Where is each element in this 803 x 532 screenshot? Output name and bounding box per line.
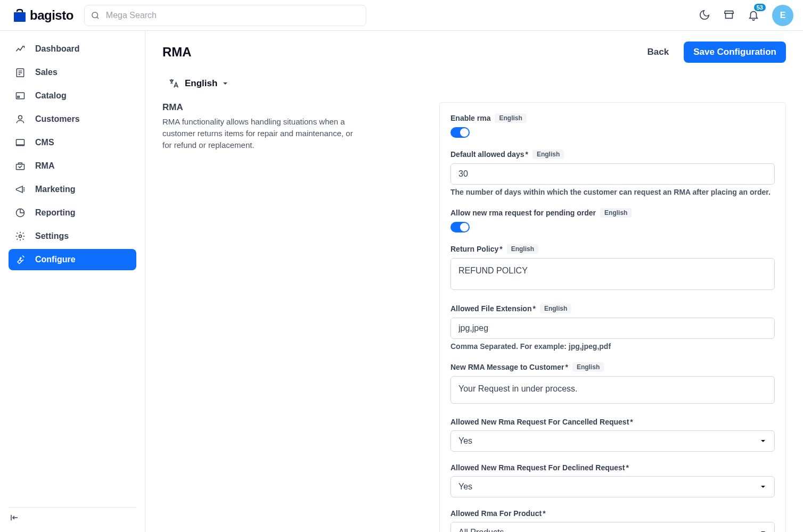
page-title: RMA [162,45,192,60]
section-desc: RMA functionality allows handling situat… [162,116,359,151]
notif-badge: 53 [754,4,766,11]
save-button[interactable]: Save Configuration [684,41,786,63]
enable-rma-toggle[interactable] [450,127,470,138]
dark-mode-toggle[interactable] [699,9,711,22]
field-label: New RMA Message to Customer [450,363,568,371]
avatar[interactable]: E [772,5,793,26]
field-label: Enable rma [450,114,490,122]
sidebar-item-label: CMS [35,138,54,147]
msg-customer-textarea[interactable]: Your Request in under process. [450,376,775,404]
field-label: Allowed New Rma Request For Declined Req… [450,463,629,472]
return-policy-textarea[interactable]: REFUND POLICY Return Period: [450,258,775,290]
header-actions: 53 E [699,5,793,26]
bag-icon [13,8,27,23]
field-label: Allow new rma request for pending order [450,209,596,217]
reporting-icon [15,207,26,218]
sidebar-item-sales[interactable]: Sales [9,62,136,83]
collapse-icon [9,513,20,522]
sidebar-item-label: Settings [35,231,69,241]
store-icon [723,9,735,21]
field-label: Allowed New Rma Request For Cancelled Re… [450,418,633,426]
chevron-down-icon [223,81,228,86]
configure-icon [15,254,26,265]
field-label: Default allowed days [450,150,528,159]
sidebar-item-catalog[interactable]: Catalog [9,85,136,106]
locale-selector[interactable]: English [162,78,786,89]
collapse-sidebar[interactable] [9,513,136,525]
field-label: Allowed File Extension [450,304,536,313]
field-label: Allowed Rma For Product [450,509,546,518]
for-product-select[interactable]: All Products [450,522,775,532]
sidebar-item-label: Catalog [35,91,67,101]
dashboard-icon [15,44,26,54]
sidebar-item-dashboard[interactable]: Dashboard [9,38,136,60]
help-text: Comma Separated. For example: jpg,jpeg,p… [450,342,775,351]
search-input[interactable] [84,5,366,26]
sidebar-item-cms[interactable]: CMS [9,132,136,153]
locale-chip: English [540,304,571,313]
sidebar-item-label: Customers [35,114,80,124]
section-heading: RMA [162,102,359,113]
cms-icon [15,137,26,148]
marketing-icon [15,184,26,195]
svg-rect-0 [14,12,26,22]
locale-chip: English [572,362,604,372]
locale-label: English [185,78,217,89]
svg-line-2 [97,17,99,19]
svg-point-1 [92,12,98,18]
mega-search [84,5,366,26]
section-intro: RMA RMA functionality allows handling si… [162,102,359,151]
header: bagisto 53 E [0,0,803,31]
sidebar-item-customers[interactable]: Customers [9,109,136,130]
field-default-days: Default allowed days English The number … [450,149,775,196]
sidebar-item-reporting[interactable]: Reporting [9,202,136,223]
locale-chip: English [600,208,632,218]
field-label: Return Policy [450,245,503,253]
field-for-product: Allowed Rma For Product All Products [450,509,775,532]
allow-pending-toggle[interactable] [450,222,470,232]
logo[interactable]: bagisto [13,8,73,23]
sidebar-item-settings[interactable]: Settings [9,226,136,247]
config-card: Enable rma English Default allowed days … [439,102,786,532]
default-days-input[interactable] [450,163,775,185]
allowed-ext-input[interactable] [450,318,775,339]
sidebar-item-label: Configure [35,255,76,264]
customers-icon [15,114,26,124]
sidebar-item-configure[interactable]: Configure [9,249,136,270]
sidebar: Dashboard Sales Catalog Customers CMS RM… [0,31,145,532]
sidebar-item-label: Sales [35,68,58,77]
sidebar-item-label: Marketing [35,185,76,194]
back-link[interactable]: Back [648,47,669,57]
rma-icon [15,161,26,171]
field-return-policy: Return Policy English REFUND POLICY Retu… [450,244,775,292]
svg-point-9 [19,115,22,119]
brand-name: bagisto [30,8,73,23]
field-enable-rma: Enable rma English [450,113,775,138]
declined-select[interactable]: Yes [450,476,775,497]
sidebar-item-label: Dashboard [35,44,80,54]
visit-store[interactable] [723,9,736,22]
sidebar-item-label: RMA [35,161,54,171]
locale-chip: English [507,244,538,254]
locale-chip: English [532,149,564,159]
main-content: RMA Back Save Configuration English RMA … [145,31,803,532]
field-msg-customer: New RMA Message to Customer English Your… [450,362,775,406]
field-allow-pending: Allow new rma request for pending order … [450,208,775,232]
svg-point-13 [19,235,22,238]
catalog-icon [15,90,26,101]
translate-icon [168,78,179,89]
sidebar-item-rma[interactable]: RMA [9,155,136,177]
svg-rect-8 [18,96,19,98]
notifications[interactable]: 53 [748,9,760,22]
field-declined: Allowed New Rma Request For Declined Req… [450,463,775,497]
locale-chip: English [495,113,526,123]
help-text: The number of days within which the cust… [450,188,775,196]
settings-icon [15,231,26,242]
sidebar-item-marketing[interactable]: Marketing [9,179,136,200]
sidebar-item-label: Reporting [35,208,76,218]
moon-icon [699,9,710,21]
field-allowed-ext: Allowed File Extension English Comma Sep… [450,304,775,351]
search-icon [91,11,100,20]
sales-icon [15,67,26,78]
cancelled-select[interactable]: Yes [450,430,775,452]
